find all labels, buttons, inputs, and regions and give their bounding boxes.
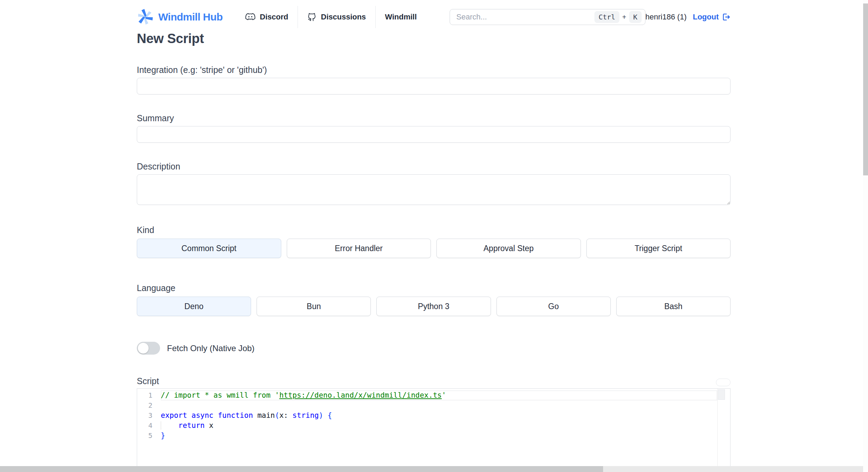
language-option-go[interactable]: Go [496, 297, 611, 316]
code-line[interactable]: 5} [137, 431, 717, 441]
code-editor[interactable]: 1// import * as wmill from 'https://deno… [137, 388, 731, 472]
windmill-logo-icon [137, 8, 153, 26]
kind-field: Kind Common ScriptError HandlerApproval … [137, 225, 731, 258]
integration-input[interactable] [137, 78, 731, 94]
code-line-content [161, 400, 717, 411]
code-line[interactable]: 2 [137, 400, 717, 411]
editor-scroll-rail[interactable] [717, 389, 730, 472]
summary-input[interactable] [137, 126, 731, 143]
fetch-only-row: Fetch Only (Native Job) [137, 342, 731, 355]
integration-label: Integration (e.g: 'stripe' or 'github') [137, 65, 731, 75]
search-input[interactable] [456, 13, 594, 22]
user-area: henri186 (1) Logout [645, 13, 731, 22]
line-number: 3 [137, 411, 152, 421]
line-number: 4 [137, 421, 152, 431]
summary-field: Summary [137, 113, 731, 143]
code-line[interactable]: 1// import * as wmill from 'https://deno… [137, 390, 717, 400]
logout-icon [721, 13, 731, 22]
code-lines: 1// import * as wmill from 'https://deno… [137, 389, 717, 472]
kind-option-common-script[interactable]: Common Script [137, 239, 281, 258]
language-option-bun[interactable]: Bun [257, 297, 371, 316]
code-line[interactable]: 3export async function main(x: string) { [137, 411, 717, 421]
brand-title: Windmill Hub [158, 11, 223, 23]
script-header: Script [137, 376, 731, 386]
code-line-content: return x [161, 421, 717, 431]
kind-option-error-handler[interactable]: Error Handler [287, 239, 431, 258]
language-option-deno[interactable]: Deno [137, 297, 251, 316]
language-option-python-3[interactable]: Python 3 [376, 297, 491, 316]
toggle-knob-icon [138, 343, 149, 354]
editor-toggle-pill[interactable] [716, 379, 731, 386]
language-option-bash[interactable]: Bash [616, 297, 731, 316]
github-icon [307, 13, 317, 22]
code-line-content: } [161, 431, 717, 441]
nav-item-windmill[interactable]: Windmill [376, 13, 426, 22]
horizontal-scrollbar[interactable] [0, 466, 868, 472]
code-line[interactable]: 4 return x [137, 421, 717, 431]
line-number: 1 [137, 390, 152, 400]
kbd-k: K [629, 11, 642, 23]
username: henri186 (1) [645, 13, 687, 22]
kbd-ctrl: Ctrl [594, 11, 619, 23]
script-label: Script [137, 376, 159, 386]
kbd-separator: + [622, 13, 626, 21]
kind-option-trigger-script[interactable]: Trigger Script [586, 239, 731, 258]
summary-label: Summary [137, 113, 731, 123]
description-textarea[interactable] [137, 174, 731, 205]
description-field: Description [137, 162, 731, 206]
language-options: DenoBunPython 3GoBash [137, 297, 731, 316]
kind-option-approval-step[interactable]: Approval Step [436, 239, 581, 258]
nav-item-discord[interactable]: Discord [245, 13, 298, 22]
brand-link[interactable]: Windmill Hub [137, 8, 245, 26]
discord-icon [245, 13, 256, 21]
kind-options: Common ScriptError HandlerApproval StepT… [137, 239, 731, 258]
code-line-content: // import * as wmill from 'https://deno.… [161, 390, 717, 400]
description-label: Description [137, 162, 731, 172]
header-nav: DiscordDiscussionsWindmill [245, 6, 426, 28]
language-label: Language [137, 283, 731, 293]
page-title: New Script [137, 31, 731, 46]
vertical-scrollbar-thumb[interactable] [863, 3, 868, 175]
line-number: 5 [137, 431, 152, 441]
fetch-only-label: Fetch Only (Native Job) [167, 343, 254, 353]
logout-link[interactable]: Logout [693, 13, 731, 22]
script-section: Script 1// import * as wmill from 'https… [137, 376, 731, 472]
logout-label: Logout [693, 13, 719, 22]
language-field: Language DenoBunPython 3GoBash [137, 283, 731, 316]
editor-scroll-thumb[interactable] [718, 389, 725, 400]
integration-field: Integration (e.g: 'stripe' or 'github') [137, 65, 731, 94]
code-line-content: export async function main(x: string) { [161, 411, 717, 421]
main-container: Windmill Hub DiscordDiscussionsWindmill … [137, 0, 731, 472]
nav-item-label: Windmill [385, 13, 417, 22]
line-number: 2 [137, 400, 152, 411]
nav-item-discussions[interactable]: Discussions [298, 13, 375, 22]
kind-label: Kind [137, 225, 731, 235]
vertical-scrollbar[interactable] [863, 0, 868, 472]
fetch-only-toggle[interactable] [137, 342, 160, 355]
header: Windmill Hub DiscordDiscussionsWindmill … [137, 0, 731, 28]
search-box[interactable]: Ctrl + K [450, 9, 645, 25]
nav-item-label: Discord [260, 13, 288, 22]
horizontal-scrollbar-thumb[interactable] [0, 466, 603, 472]
nav-item-label: Discussions [321, 13, 366, 22]
